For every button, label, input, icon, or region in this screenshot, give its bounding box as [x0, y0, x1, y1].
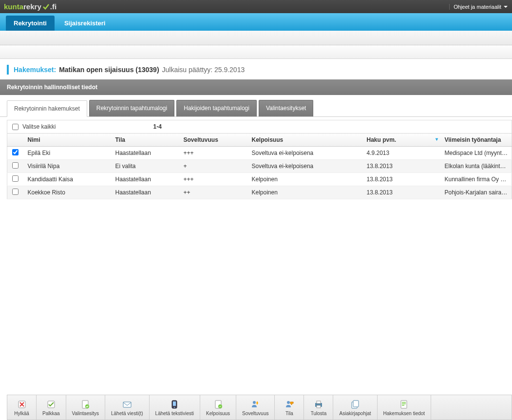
- topbar: kuntarekry .fi Ohjeet ja materiaalit: [0, 0, 512, 13]
- title-prefix: Hakemukset:: [14, 66, 56, 74]
- navbar: Rekrytointi Sijaisrekisteri: [0, 13, 512, 31]
- svg-rect-18: [402, 402, 406, 403]
- section-header: Rekrytoinnin hallinnolliset tiedot: [0, 79, 512, 95]
- action-label: Asiakirjapohjat: [339, 411, 371, 416]
- logo: kuntarekry .fi: [4, 2, 57, 11]
- logo-part2: rekry: [23, 2, 41, 11]
- action-label: Hakemuksen tiedot: [383, 411, 425, 416]
- action-tila[interactable]: Tila: [275, 395, 304, 420]
- cell-tila: Haastatellaan: [112, 173, 180, 186]
- action-label: Valintaesitys: [72, 411, 99, 416]
- cell-haku: 4.9.2013: [363, 147, 441, 160]
- hakemus-icon: [398, 399, 409, 410]
- cell-employer: Medispace Ltd (myyntiedust: [441, 147, 512, 160]
- sort-indicator-icon: ▾: [436, 136, 438, 142]
- cell-nimi: Koekkoe Risto: [24, 186, 112, 199]
- action-viesti[interactable]: Lähetä viesti(t): [105, 395, 150, 420]
- tabs: Rekrytoinnin hakemukset Rekrytoinnin tap…: [0, 100, 512, 117]
- col-tila[interactable]: Tila: [112, 134, 180, 147]
- action-asiakirja[interactable]: Asiakirjapohjat: [333, 395, 377, 420]
- svg-point-11: [287, 401, 290, 404]
- svg-rect-13: [317, 401, 321, 403]
- action-valintaesitys[interactable]: Valintaesitys: [66, 395, 105, 420]
- soveltuvuus-icon: [250, 399, 261, 410]
- select-all-row: Valitse kaikki 1-4: [7, 120, 512, 133]
- tulosta-icon: [313, 399, 324, 410]
- chevron-down-icon: [503, 4, 508, 9]
- table-row[interactable]: Visiirilä NipaEi valita+Soveltuva ei-kel…: [7, 160, 512, 173]
- row-checkbox[interactable]: [12, 149, 19, 155]
- action-label: Lähetä tekstiviesti: [155, 411, 194, 416]
- action-label: Tulosta: [311, 411, 326, 416]
- svg-point-10: [253, 401, 256, 404]
- cell-haku: 13.8.2013: [363, 173, 441, 186]
- action-palkkaa[interactable]: Palkkaa: [37, 395, 66, 420]
- tab-valintaesitykset[interactable]: Valintaesitykset: [259, 100, 313, 116]
- action-label: Kelpoisuus: [206, 411, 230, 416]
- viesti-icon: [122, 399, 133, 410]
- nav-tab-sijaisrekisteri[interactable]: Sijaisrekisteri: [57, 16, 114, 31]
- svg-point-7: [174, 407, 175, 408]
- nav-tab-rekrytointi[interactable]: Rekrytointi: [6, 16, 55, 31]
- cell-employer: Kunnallinen firma Oy (Toimi: [441, 173, 512, 186]
- cell-tila: Haastatellaan: [112, 147, 180, 160]
- table-row[interactable]: Kandidaatti KaisaHaastatellaan+++Kelpoin…: [7, 173, 512, 186]
- logo-check-icon: [42, 3, 49, 10]
- action-label: Palkkaa: [42, 411, 60, 416]
- title-accent: [7, 65, 9, 75]
- cell-soveltuvuus: +++: [180, 173, 248, 186]
- action-soveltuvuus[interactable]: Soveltuvuus: [236, 395, 275, 420]
- svg-rect-6: [173, 401, 176, 406]
- cell-nimi: Epilä Eki: [24, 147, 112, 160]
- col-employer[interactable]: Viimeisin työnantaja: [441, 134, 512, 147]
- tekstiviesti-icon: [169, 399, 180, 410]
- action-hylkaa[interactable]: Hylkää: [7, 395, 37, 420]
- hylkaa-icon: [17, 399, 27, 410]
- table-row[interactable]: Epilä EkiHaastatellaan+++Soveltuva ei-ke…: [7, 147, 512, 160]
- tila-icon: [284, 399, 295, 410]
- action-tulosta[interactable]: Tulosta: [304, 395, 333, 420]
- cell-kelpoisuus: Soveltuva ei-kelpoisena: [248, 160, 363, 173]
- tab-hakemukset[interactable]: Rekrytoinnin hakemukset: [7, 100, 87, 117]
- cell-kelpoisuus: Kelpoinen: [248, 173, 363, 186]
- col-checkbox: [7, 134, 24, 147]
- action-hakemus[interactable]: Hakemuksen tiedot: [378, 395, 432, 420]
- svg-rect-4: [123, 402, 131, 407]
- select-all-label: Valitse kaikki: [22, 123, 56, 130]
- col-nimi[interactable]: Nimi: [24, 134, 112, 147]
- action-kelpoisuus[interactable]: Kelpoisuus: [200, 395, 236, 420]
- title-suffix: Julkaisu päättyy: 25.9.2013: [162, 66, 245, 74]
- asiakirja-icon: [350, 399, 360, 410]
- col-soveltuvuus[interactable]: Soveltuvuus: [180, 134, 248, 147]
- tab-hakijoiden[interactable]: Hakijoiden tapahtumalogi: [176, 100, 257, 116]
- action-label: Tila: [285, 411, 293, 416]
- cell-tila: Haastatellaan: [112, 186, 180, 199]
- col-kelpoisuus[interactable]: Kelpoisuus: [248, 134, 363, 147]
- palkkaa-icon: [46, 399, 57, 410]
- cell-soveltuvuus: +++: [180, 147, 248, 160]
- svg-rect-16: [353, 401, 359, 407]
- cell-kelpoisuus: Soveltuva ei-kelpoisena: [248, 147, 363, 160]
- action-toolbar: HylkääPalkkaaValintaesitysLähetä viesti(…: [7, 395, 512, 420]
- svg-rect-14: [317, 405, 321, 408]
- row-checkbox[interactable]: [12, 189, 19, 195]
- row-checkbox[interactable]: [12, 162, 19, 169]
- col-haku[interactable]: Haku pvm.▾: [363, 134, 441, 147]
- page-title-bar: Hakemukset: Matikan open sijaisuus (1303…: [0, 59, 512, 79]
- select-all-checkbox[interactable]: [12, 124, 19, 130]
- action-tekstiviesti[interactable]: Lähetä tekstiviesti: [150, 395, 201, 420]
- row-checkbox[interactable]: [12, 175, 19, 182]
- action-label: Lähetä viesti(t): [111, 411, 143, 416]
- kelpoisuus-icon: [213, 399, 224, 410]
- action-label: Soveltuvuus: [242, 411, 268, 416]
- action-label: Hylkää: [14, 411, 29, 416]
- help-menu[interactable]: Ohjeet ja materiaalit: [449, 4, 508, 10]
- applicants-table: Nimi Tila Soveltuvuus Kelpoisuus Haku pv…: [7, 133, 512, 199]
- cell-nimi: Visiirilä Nipa: [24, 160, 112, 173]
- tab-tapahtumalogi[interactable]: Rekrytoinnin tapahtumalogi: [89, 100, 174, 116]
- table-row[interactable]: Koekkoe RistoHaastatellaan++Kelpoinen13.…: [7, 186, 512, 199]
- row-count: 1-4: [153, 123, 161, 130]
- help-menu-label: Ohjeet ja materiaalit: [454, 4, 501, 10]
- svg-rect-17: [401, 401, 407, 408]
- breadcrumb-spacer: [0, 45, 512, 59]
